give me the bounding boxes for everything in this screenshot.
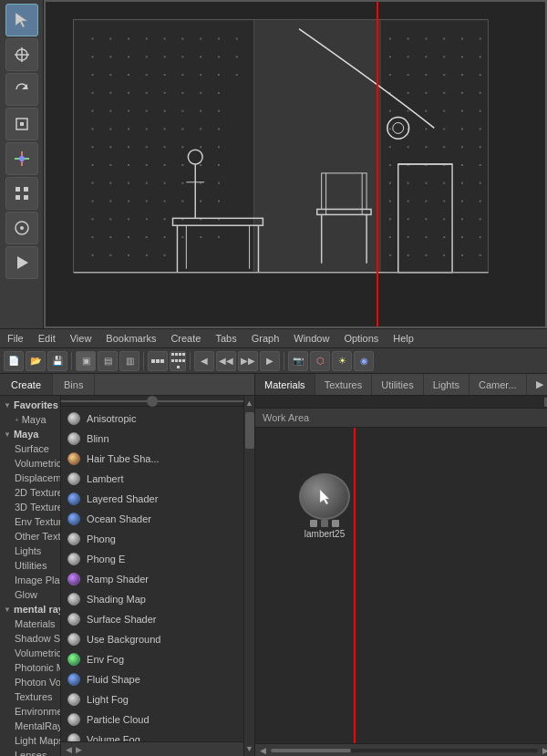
tb-btn-2[interactable]: ▤ xyxy=(98,351,118,371)
tab-create[interactable]: Create xyxy=(0,374,53,395)
connector-1[interactable] xyxy=(310,520,317,527)
open-button[interactable]: 📂 xyxy=(26,351,46,371)
menu-file[interactable]: File xyxy=(4,331,27,346)
work-area-scroll-left[interactable]: ◀ xyxy=(259,745,267,756)
tree-2dtextures[interactable]: 2D Textures xyxy=(0,485,60,500)
prev-btn[interactable]: ◀◀ xyxy=(216,351,236,371)
tb-btn-1[interactable]: ▣ xyxy=(76,351,96,371)
menu-bookmarks[interactable]: Bookmarks xyxy=(102,331,160,346)
shader-phonge[interactable]: Phong E xyxy=(61,549,243,569)
shader-surface[interactable]: Surface Shader xyxy=(61,609,243,629)
select-tool-icon[interactable] xyxy=(5,4,38,36)
right-tab-utilities[interactable]: Utilities xyxy=(372,374,423,395)
shader-usebackground[interactable]: Use Background xyxy=(61,629,243,649)
work-area[interactable]: lambert25 xyxy=(255,428,547,743)
tree-glow[interactable]: Glow xyxy=(0,587,60,602)
new-button[interactable]: 📄 xyxy=(4,351,24,371)
cam-btn[interactable]: 📷 xyxy=(288,351,308,371)
tree-utilities[interactable]: Utilities xyxy=(0,558,60,573)
render-icon[interactable] xyxy=(5,246,38,279)
tree-imageplanes[interactable]: Image Planes xyxy=(0,573,60,587)
right-tab-camera[interactable]: Camer... xyxy=(470,374,527,395)
tree-textures[interactable]: Textures xyxy=(0,689,60,704)
lambert25-node[interactable]: lambert25 xyxy=(292,473,357,539)
tree-othertextures[interactable]: Other Textures xyxy=(0,529,60,544)
tree-maya-fav[interactable]: + Maya xyxy=(0,412,60,427)
connector-2[interactable] xyxy=(321,520,328,527)
tree-volumetricmats[interactable]: Volumetric Materials xyxy=(0,646,60,660)
scroll-left-btn[interactable]: ◀ xyxy=(65,744,73,755)
right-tab-lights[interactable]: Lights xyxy=(424,374,470,395)
connector-3[interactable] xyxy=(332,520,339,527)
tab-bins[interactable]: Bins xyxy=(53,374,95,395)
mat-btn[interactable]: ◉ xyxy=(354,351,374,371)
play-btn[interactable]: ◀ xyxy=(194,351,214,371)
tree-mentalraylights[interactable]: MentalRay Lights xyxy=(0,719,60,733)
menu-view[interactable]: View xyxy=(67,331,96,346)
scroll-up-btn[interactable]: ▲ xyxy=(244,398,254,409)
tree-volumetric[interactable]: Volumetric xyxy=(0,456,60,471)
shader-ramp[interactable]: Ramp Shader xyxy=(61,569,243,589)
menu-edit[interactable]: Edit xyxy=(35,331,59,346)
shader-blinn[interactable]: Blinn xyxy=(61,429,243,449)
scale-tool-icon[interactable] xyxy=(5,108,38,140)
snap-icon[interactable] xyxy=(5,212,38,244)
tree-shadowshaders[interactable]: Shadow Shaders xyxy=(0,631,60,646)
scroll-thumb[interactable] xyxy=(245,412,254,449)
viewport[interactable] xyxy=(44,0,547,328)
menu-graph[interactable]: Graph xyxy=(248,331,284,346)
tree-lightmaps[interactable]: Light Maps xyxy=(0,733,60,748)
tree-photonicmats[interactable]: Photonic Materials xyxy=(0,660,60,675)
shader-ocean[interactable]: Ocean Shader xyxy=(61,509,243,529)
shader-volumefog[interactable]: Volume Fog xyxy=(61,730,243,741)
menu-help[interactable]: Help xyxy=(389,331,418,346)
right-scroll-indicator[interactable] xyxy=(544,398,547,407)
scroll-down-btn[interactable]: ▼ xyxy=(244,743,254,754)
shader-envfog[interactable]: Env Fog xyxy=(61,649,243,669)
tree-envtextures[interactable]: Env Textures xyxy=(0,514,60,529)
shader-fluidshape[interactable]: Fluid Shape xyxy=(61,669,243,689)
light-btn[interactable]: ☀ xyxy=(332,351,352,371)
shader-anisotropic[interactable]: Anisotropic xyxy=(61,409,243,429)
scroll-right-btn[interactable]: ▶ xyxy=(75,744,83,755)
render-btn[interactable]: ⬡ xyxy=(310,351,330,371)
tree-list[interactable]: ▼ Favorites + Maya ▼ Maya Surface Volume… xyxy=(0,396,61,756)
right-panel-expand[interactable]: ▶ xyxy=(527,374,547,395)
stop-btn[interactable]: ▶ xyxy=(260,351,280,371)
shader-hairtube[interactable]: Hair Tube Sha... xyxy=(61,449,243,469)
tree-lenses[interactable]: Lenses xyxy=(0,748,60,756)
right-tab-textures[interactable]: Textures xyxy=(315,374,373,395)
shader-shadingmap[interactable]: Shading Map xyxy=(61,589,243,609)
grid-btn-2[interactable] xyxy=(170,351,186,371)
work-area-scrollbar-track[interactable] xyxy=(271,749,538,752)
work-area-scrollbar-thumb[interactable] xyxy=(271,749,351,752)
tb-btn-3[interactable]: ▥ xyxy=(119,351,139,371)
tree-materials[interactable]: Materials xyxy=(0,616,60,631)
tree-maya[interactable]: ▼ Maya xyxy=(0,427,60,441)
menu-window[interactable]: Window xyxy=(290,331,333,346)
rotate-tool-icon[interactable] xyxy=(5,73,38,106)
shader-lambert[interactable]: Lambert xyxy=(61,469,243,489)
lambert25-sphere[interactable] xyxy=(299,473,350,520)
shader-list-scrollbar[interactable]: ▲ ▼ xyxy=(243,396,254,756)
orient-tool-icon[interactable] xyxy=(5,142,38,175)
shader-phong[interactable]: Phong xyxy=(61,529,243,549)
right-tab-materials[interactable]: Materials xyxy=(255,374,315,395)
tree-surface[interactable]: Surface xyxy=(0,441,60,456)
tree-favorites[interactable]: ▼ Favorites xyxy=(0,398,60,412)
menu-tabs[interactable]: Tabs xyxy=(212,331,240,346)
shader-lightfog[interactable]: Light Fog xyxy=(61,689,243,709)
tree-lights[interactable]: Lights xyxy=(0,544,60,558)
next-btn[interactable]: ▶▶ xyxy=(238,351,258,371)
tree-photonvol[interactable]: Photon Volumetric Ma... xyxy=(0,675,60,689)
menu-create[interactable]: Create xyxy=(167,331,204,346)
tree-environments[interactable]: Environments xyxy=(0,704,60,719)
save-button[interactable]: 💾 xyxy=(47,351,67,371)
tree-3dtextures[interactable]: 3D Textures xyxy=(0,500,60,514)
shader-list[interactable]: Anisotropic Blinn Hair Tube Sha... xyxy=(61,407,243,741)
work-area-scroll-right[interactable]: ▶ xyxy=(542,745,547,756)
shader-layered[interactable]: Layered Shader xyxy=(61,489,243,509)
grid-btn[interactable] xyxy=(148,351,168,371)
tree-displacement[interactable]: Displacement xyxy=(0,471,60,485)
menu-options[interactable]: Options xyxy=(340,331,382,346)
